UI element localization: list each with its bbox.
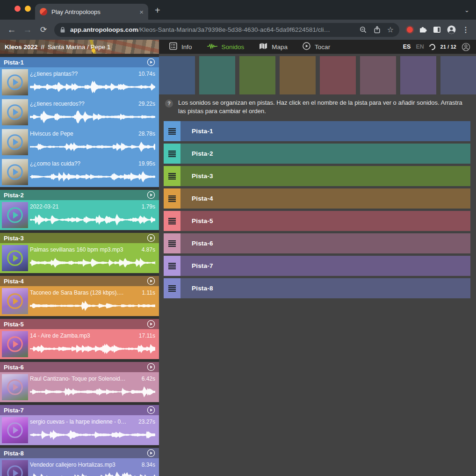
clip-play-icon[interactable] [7,164,23,180]
drag-handle[interactable] [164,166,180,186]
clip-duration: 1.11s [142,289,155,296]
track-row-label-area[interactable]: Pista-3 [180,166,470,186]
nav-item-sonidos[interactable]: Sonidos [207,43,245,51]
track-row-pista-7[interactable]: Pista-7 [164,256,470,276]
clip-name: 2022-03-21 [30,203,127,210]
track-row-pista-4[interactable]: Pista-4 [164,188,470,209]
drag-handle[interactable] [164,211,180,231]
drag-handle[interactable] [164,144,180,164]
track-header[interactable]: Pista-6 [0,362,159,372]
audio-clip[interactable]: Palmas sevillanas 160 bpm mp3.mp34.87s [0,243,159,273]
track-header[interactable]: Pista-8 [0,448,159,458]
nav-item-tocar[interactable]: Tocar [303,42,330,51]
track-row-pista-3[interactable]: Pista-3 [164,166,470,186]
clip-play-icon[interactable] [7,293,23,310]
track-color-strip [159,56,476,94]
track-header[interactable]: Pista-5 [0,319,159,329]
forward-button[interactable]: → [21,23,35,37]
audio-clip[interactable]: ¿¿tienes recuerdos??29.22s [0,97,159,127]
reload-button[interactable]: ⟳ [36,23,50,37]
audio-clip[interactable]: Raul Cantizano- Toque por Solenoide.mp36… [0,372,159,402]
drag-handle-icon [168,240,176,247]
track-row-label-area[interactable]: Pista-5 [180,211,470,231]
track-play-button[interactable] [147,320,155,328]
track-row-pista-5[interactable]: Pista-5 [164,211,470,231]
sidebar-track-pista-5: Pista-514 - Aire de Zamba.mp317.11s [0,319,159,359]
track-play-button[interactable] [147,58,155,66]
clip-play-icon[interactable] [7,422,23,439]
clip-play-icon[interactable] [7,250,23,267]
extensions-puzzle-icon[interactable] [419,26,427,34]
audio-clip[interactable]: sergio cuevas - la harpe indienne - 03 -… [0,415,159,445]
track-play-button[interactable] [147,234,155,242]
track-row-pista-6[interactable]: Pista-6 [164,233,470,253]
track-row-label-area[interactable]: Pista-2 [180,144,470,164]
account-icon[interactable] [462,43,470,51]
zoom-out-icon[interactable] [360,26,367,34]
track-header[interactable]: Pista-2 [0,190,159,200]
audio-clip[interactable]: ¿¿tienes plantas??10.74s [0,67,159,97]
minimize-window-button[interactable] [25,6,31,12]
recorder-extension-icon[interactable] [407,27,413,33]
browser-tab[interactable]: Play Antropoloops × [35,4,148,20]
track-play-button[interactable] [147,191,155,199]
clip-play-icon[interactable] [7,134,23,151]
tab-search-chevron-icon[interactable]: ⌄ [464,7,469,14]
clip-thumbnail [2,460,28,476]
clip-play-icon[interactable] [7,336,23,353]
track-row-label-area[interactable]: Pista-6 [180,233,470,253]
share-icon[interactable] [374,26,381,34]
track-row-label-area[interactable]: Pista-7 [180,256,470,276]
audio-clip[interactable]: Taconeo de Sara Baras (128 kbps).mp31.11… [0,286,159,316]
list-icon [169,42,177,51]
audio-clip[interactable]: 14 - Aire de Zamba.mp317.11s [0,329,159,359]
language-en-button[interactable]: EN [416,43,424,50]
breadcrumb[interactable]: Kleos 2022 // Santa Marina / Pepe 1 [0,40,159,54]
app-nav: InfoSonidosMapaTocar [159,40,330,54]
track-play-button[interactable] [147,363,155,371]
drag-handle[interactable] [164,278,180,298]
track-row-label-area[interactable]: Pista-4 [180,188,470,209]
track-header[interactable]: Pista-7 [0,405,159,415]
clip-duration: 19.95s [138,160,155,167]
tab-close-icon[interactable]: × [139,8,144,15]
clip-play-icon[interactable] [7,465,23,476]
audio-clip[interactable]: 2022-03-211.79s [0,200,159,230]
drag-handle[interactable] [164,121,180,141]
drag-handle[interactable] [164,233,180,253]
track-row-label-area[interactable]: Pista-8 [180,278,470,298]
address-bar[interactable]: app.antropoloops.com/Kleos-Santa-Marina/… [54,23,399,37]
track-header[interactable]: Pista-4 [0,276,159,286]
profile-avatar-icon[interactable] [447,25,456,34]
track-play-button[interactable] [147,406,155,414]
audio-clip[interactable]: ¿¿como las cuida??19.95s [0,157,159,187]
track-play-button[interactable] [147,449,155,457]
track-row-pista-1[interactable]: Pista-1 [164,121,470,141]
nav-item-info[interactable]: Info [169,42,192,51]
track-row-label-area[interactable]: Pista-1 [180,121,470,141]
close-window-button[interactable] [14,6,21,12]
bookmark-star-icon[interactable]: ☆ [387,25,394,34]
side-panel-icon[interactable] [433,26,441,33]
audio-clip[interactable]: Hiviscus de Pepe28.78s [0,127,159,157]
track-header[interactable]: Pista-3 [0,233,159,243]
browser-menu-icon[interactable]: ⋮ [462,25,469,34]
nav-item-mapa[interactable]: Mapa [259,43,288,51]
track-row-pista-8[interactable]: Pista-8 [164,278,470,298]
clip-play-icon[interactable] [7,379,23,396]
audio-clip[interactable]: Vendedor callejero Hortalizas.mp38.34s [0,458,159,476]
track-play-button[interactable] [147,277,155,285]
back-button[interactable]: ← [5,23,19,37]
clip-name: Raul Cantizano- Toque por Solenoide.mp3 [30,375,127,382]
track-row-pista-2[interactable]: Pista-2 [164,144,470,164]
language-es-button[interactable]: ES [403,43,411,50]
clip-play-icon[interactable] [7,104,23,121]
clip-play-icon[interactable] [7,207,23,224]
clip-name: 14 - Aire de Zamba.mp3 [30,332,127,339]
breadcrumb-project[interactable]: Kleos 2022 [5,43,38,50]
clip-play-icon[interactable] [7,74,23,91]
drag-handle[interactable] [164,256,180,276]
drag-handle[interactable] [164,188,180,209]
new-tab-button[interactable]: + [155,5,160,16]
track-header[interactable]: Pista-1 [0,57,159,67]
